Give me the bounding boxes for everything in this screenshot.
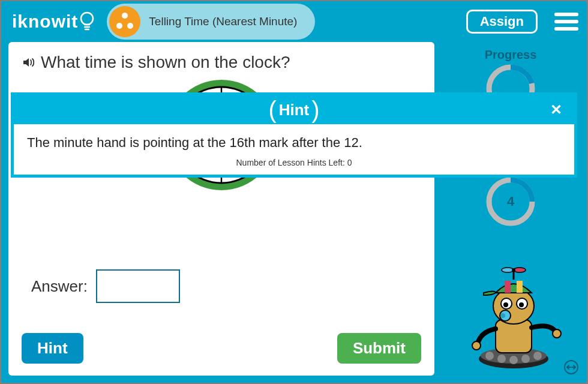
answer-input[interactable]	[96, 269, 180, 303]
button-row: Hint Submit	[22, 333, 421, 364]
paren-right-icon: )	[311, 97, 319, 124]
answer-label: Answer:	[31, 277, 88, 296]
svg-point-39	[497, 355, 506, 363]
hint-button[interactable]: Hint	[22, 333, 83, 364]
svg-point-52	[500, 313, 505, 318]
logo[interactable]: iknowit	[12, 11, 95, 32]
lesson-pill: Telling Time (Nearest Minute)	[107, 4, 315, 40]
speaker-icon[interactable]	[22, 55, 36, 70]
menu-icon[interactable]	[554, 10, 578, 34]
close-icon[interactable]: ✕	[550, 101, 562, 118]
svg-point-40	[509, 356, 518, 364]
progress-label: Progress	[485, 48, 537, 62]
svg-point-38	[485, 352, 494, 360]
paren-left-icon: (	[268, 97, 276, 124]
svg-point-56	[512, 268, 515, 272]
question-text: What time is shown on the clock?	[41, 53, 290, 72]
resize-icon[interactable]	[564, 360, 578, 374]
level-badge-icon[interactable]	[109, 6, 140, 37]
lightbulb-icon	[79, 11, 95, 32]
svg-point-48	[503, 302, 508, 307]
svg-rect-43	[496, 320, 532, 353]
hint-modal-title: ( Hint )	[268, 97, 319, 124]
hint-modal: ( Hint ) ✕ The minute hand is pointing a…	[11, 92, 577, 178]
robot-mascot-icon	[466, 263, 562, 371]
svg-point-50	[519, 302, 524, 307]
lesson-title: Telling Time (Nearest Minute)	[149, 15, 297, 28]
svg-point-42	[533, 352, 542, 360]
question-row: What time is shown on the clock?	[22, 53, 421, 72]
submit-button[interactable]: Submit	[337, 333, 421, 364]
answer-row: Answer:	[22, 269, 421, 303]
svg-point-45	[553, 329, 561, 338]
header: iknowit Telling Time (Nearest Minute) As…	[1, 1, 587, 42]
hint-text: The minute hand is pointing at the 16th …	[27, 135, 561, 151]
assign-button[interactable]: Assign	[466, 10, 538, 34]
app-frame: iknowit Telling Time (Nearest Minute) As…	[1, 1, 587, 383]
logo-text: iknowit	[12, 11, 78, 32]
hints-left-text: Number of Lesson Hints Left: 0	[27, 158, 561, 167]
score-ring: 4	[485, 176, 536, 227]
svg-point-44	[472, 341, 481, 350]
score-value: 4	[507, 194, 514, 209]
hint-modal-body: The minute hand is pointing at the 16th …	[14, 124, 574, 175]
hint-modal-header: ( Hint ) ✕	[14, 95, 574, 124]
svg-point-41	[521, 355, 530, 363]
svg-point-0	[81, 13, 93, 25]
